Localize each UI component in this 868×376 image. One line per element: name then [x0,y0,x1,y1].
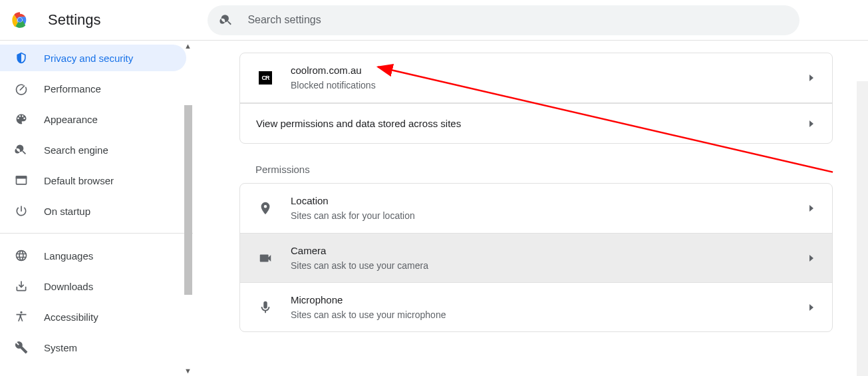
sidebar-item-label: Default browser [44,175,114,186]
accessibility-icon [15,310,28,323]
settings-sidebar: Privacy and security Performance Appeara… [0,41,193,376]
permissions-card: Location Sites can ask for your location… [239,183,833,332]
permission-sub: Sites can ask to use your camera [291,258,428,273]
permission-row-location[interactable]: Location Sites can ask for your location [240,184,832,233]
site-domain: coolrom.com.au [291,63,376,78]
page-title: Settings [48,11,101,29]
sidebar-item-on-startup[interactable]: On startup [0,198,186,224]
view-all-label: View permissions and data stored across … [256,116,461,131]
sidebar-item-system[interactable]: System [0,334,186,361]
power-icon [15,204,28,218]
recent-activity-card: CR coolrom.com.au Blocked notifications … [239,53,833,144]
chevron-right-icon [809,255,813,262]
scrollbar-thumb[interactable] [184,105,192,295]
sidebar-item-appearance[interactable]: Appearance [0,106,186,132]
sidebar-scrollbar[interactable]: ▲ ▼ [182,41,193,376]
chevron-right-icon [809,205,813,212]
scroll-up-icon[interactable]: ▲ [184,42,192,50]
site-favicon-icon: CR [259,71,272,85]
view-all-permissions-row[interactable]: View permissions and data stored across … [240,103,832,143]
search-icon [219,13,233,27]
download-icon [15,280,28,293]
sidebar-item-search-engine[interactable]: Search engine [0,136,186,163]
shield-icon [15,51,28,65]
chevron-right-icon [809,75,813,81]
permission-row-microphone[interactable]: Microphone Sites can ask to use your mic… [240,282,832,331]
location-icon [258,201,273,216]
permission-row-camera[interactable]: Camera Sites can ask to use your camera [240,233,832,282]
mic-icon [258,300,273,315]
sidebar-item-label: Privacy and security [44,53,133,64]
page-scrollbar[interactable] [857,81,868,376]
permission-sub: Sites can ask to use your microphone [291,307,446,322]
sidebar-item-performance[interactable]: Performance [0,75,186,102]
scroll-down-icon[interactable]: ▼ [184,367,192,375]
chevron-right-icon [809,304,813,311]
speed-icon [15,82,28,95]
content-area: CR coolrom.com.au Blocked notifications … [193,41,868,376]
settings-header: Settings [0,0,868,41]
sidebar-item-accessibility[interactable]: Accessibility [0,303,186,330]
camera-icon [258,251,273,266]
sidebar-item-label: Accessibility [44,311,98,323]
site-status: Blocked notifications [291,78,376,93]
permissions-heading: Permissions [239,164,868,175]
chevron-right-icon [809,120,813,127]
permission-title: Microphone [291,293,446,307]
sidebar-item-privacy[interactable]: Privacy and security [0,45,186,71]
sidebar-item-label: Downloads [44,281,93,292]
permission-title: Camera [291,244,428,258]
sidebar-item-label: Appearance [44,114,98,125]
sidebar-item-label: Languages [44,250,93,262]
sidebar-item-label: Search engine [44,144,108,156]
globe-icon [15,249,28,262]
site-permission-row[interactable]: CR coolrom.com.au Blocked notifications [240,53,832,102]
sidebar-divider [0,233,193,234]
sidebar-item-downloads[interactable]: Downloads [0,273,186,299]
search-settings-container[interactable] [208,5,799,35]
sidebar-item-languages[interactable]: Languages [0,242,186,269]
sidebar-item-label: On startup [44,206,90,217]
svg-rect-4 [16,176,27,178]
body-area: Privacy and security Performance Appeara… [0,41,868,376]
search-icon [15,143,28,156]
wrench-icon [15,341,28,354]
chrome-logo-icon [11,11,29,29]
browser-icon [15,174,28,187]
sidebar-item-label: System [44,342,77,353]
palette-icon [15,112,28,126]
permission-title: Location [291,194,415,208]
sidebar-item-label: Performance [44,83,101,94]
svg-point-3 [18,18,22,22]
search-input[interactable] [247,14,787,26]
sidebar-item-default-browser[interactable]: Default browser [0,167,186,194]
permission-sub: Sites can ask for your location [291,208,415,223]
